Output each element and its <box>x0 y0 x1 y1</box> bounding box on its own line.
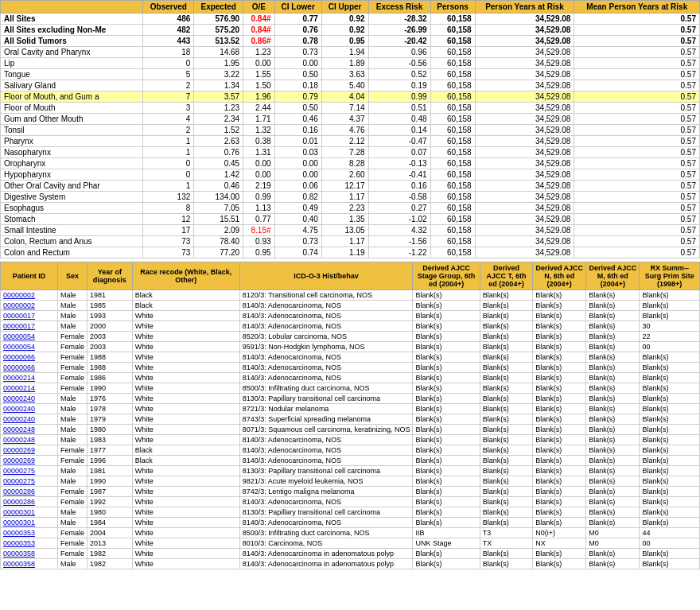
sex: Male <box>58 466 88 476</box>
ajcc-n: Blank(s) <box>533 321 586 332</box>
patient-id[interactable]: 00000002 <box>1 301 58 311</box>
patient-id[interactable]: 00000017 <box>1 311 58 321</box>
ajcc-t: T3 <box>480 528 532 538</box>
patient-id[interactable]: 00000301 <box>1 507 58 518</box>
observed: 7 <box>143 91 194 103</box>
patient-id[interactable]: 00000353 <box>1 528 58 538</box>
year: 1987 <box>88 487 133 497</box>
ajcc-m: Blank(s) <box>586 518 640 528</box>
rx-surg: Blank(s) <box>640 487 700 497</box>
oe-ratio: 0.38 <box>243 136 274 147</box>
patient-id[interactable]: 00000358 <box>1 559 58 569</box>
persons: 60,158 <box>430 69 475 80</box>
oe-ratio: 2.19 <box>243 181 274 192</box>
ajcc-n: Blank(s) <box>533 342 586 352</box>
patient-id[interactable]: 00000286 <box>1 497 58 507</box>
patient-id[interactable]: 00000275 <box>1 476 58 487</box>
ajcc-stage: Blank(s) <box>413 497 480 507</box>
ajcc-stage: Blank(s) <box>413 456 480 466</box>
ajcc-n: Blank(s) <box>533 332 586 342</box>
ajcc-m: Blank(s) <box>586 466 640 476</box>
patient-id[interactable]: 00000269 <box>1 456 58 466</box>
ajcc-t: Blank(s) <box>480 487 532 497</box>
col-ci-lower: CI Lower <box>274 1 321 14</box>
ajcc-m: Blank(s) <box>586 311 640 321</box>
ci-lower: 4.75 <box>274 225 321 236</box>
ci-lower: 0.76 <box>274 25 321 36</box>
col-expected: Expected <box>194 1 243 14</box>
sex: Female <box>58 456 88 466</box>
person-years: 34,529.08 <box>475 203 574 214</box>
oe-ratio: 0.00 <box>243 158 274 169</box>
patient-id[interactable]: 00000054 <box>1 342 58 352</box>
patient-id[interactable]: 00000240 <box>1 414 58 425</box>
rx-surg: Blank(s) <box>640 290 700 301</box>
mean-person-years: 0.57 <box>574 203 700 214</box>
patient-id[interactable]: 00000269 <box>1 445 58 456</box>
persons: 60,158 <box>430 214 475 225</box>
patient-id[interactable]: 00000248 <box>1 435 58 445</box>
ci-lower: 0.50 <box>274 103 321 114</box>
patient-id[interactable]: 00000240 <box>1 394 58 404</box>
observed: 73 <box>143 247 194 258</box>
oe-ratio: 0.93 <box>243 236 274 247</box>
hist-behav: 8742/3: Lentigo maligna melanoma <box>239 487 413 497</box>
ajcc-m: Blank(s) <box>586 363 640 373</box>
ajcc-m: Blank(s) <box>586 321 640 332</box>
rx-surg: Blank(s) <box>640 518 700 528</box>
patient-id[interactable]: 00000240 <box>1 404 58 414</box>
sex: Male <box>58 311 88 321</box>
observed: 12 <box>143 214 194 225</box>
ajcc-t: Blank(s) <box>480 301 532 311</box>
year: 1981 <box>88 466 133 476</box>
persons: 60,158 <box>430 136 475 147</box>
hist-behav: 8140/3: Adenocarcinoma, NOS <box>239 363 413 373</box>
ajcc-n: Blank(s) <box>533 311 586 321</box>
race: White <box>132 352 239 363</box>
race: White <box>132 373 239 383</box>
site-name: Tonsil <box>1 125 143 136</box>
person-years: 34,529.08 <box>475 14 574 25</box>
patient-id[interactable]: 00000301 <box>1 518 58 528</box>
patient-id[interactable]: 00000017 <box>1 321 58 332</box>
oe-ratio: 0.86# <box>243 36 274 47</box>
site-name: Small Intestine <box>1 225 143 236</box>
oe-ratio: 1.32 <box>243 125 274 136</box>
patient-id[interactable]: 00000066 <box>1 363 58 373</box>
mean-person-years: 0.57 <box>574 80 700 91</box>
oe-ratio: 0.99 <box>243 192 274 203</box>
sex: Male <box>58 394 88 404</box>
persons: 60,158 <box>430 91 475 103</box>
patient-id[interactable]: 00000275 <box>1 466 58 476</box>
ajcc-t: Blank(s) <box>480 559 532 569</box>
oe-ratio: 1.50 <box>243 80 274 91</box>
col-persons: Persons <box>430 1 475 14</box>
patient-id[interactable]: 00000214 <box>1 373 58 383</box>
mean-person-years: 0.57 <box>574 14 700 25</box>
expected: 14.68 <box>194 47 243 58</box>
ajcc-n: Blank(s) <box>533 301 586 311</box>
hist-behav: 8130/3: Papillary transitional cell carc… <box>239 394 413 404</box>
year: 1990 <box>88 383 133 394</box>
patient-id[interactable]: 00000054 <box>1 332 58 342</box>
rx-surg: Blank(s) <box>640 404 700 414</box>
oe-ratio: 1.55 <box>243 69 274 80</box>
ajcc-n: Blank(s) <box>533 363 586 373</box>
patient-id[interactable]: 00000248 <box>1 425 58 435</box>
oe-ratio: 1.31 <box>243 147 274 158</box>
patient-id[interactable]: 00000066 <box>1 352 58 363</box>
mean-person-years: 0.57 <box>574 103 700 114</box>
race: Black <box>132 290 239 301</box>
patient-id[interactable]: 00000286 <box>1 487 58 497</box>
patient-id[interactable]: 00000353 <box>1 538 58 549</box>
mean-person-years: 0.57 <box>574 192 700 203</box>
year: 1985 <box>88 301 133 311</box>
patient-id[interactable]: 00000358 <box>1 549 58 559</box>
ajcc-stage: Blank(s) <box>413 559 480 569</box>
year: 1984 <box>88 518 133 528</box>
year: 1988 <box>88 363 133 373</box>
observed: 1 <box>143 136 194 147</box>
patient-id[interactable]: 00000002 <box>1 290 58 301</box>
patient-id[interactable]: 00000214 <box>1 383 58 394</box>
race: White <box>132 538 239 549</box>
